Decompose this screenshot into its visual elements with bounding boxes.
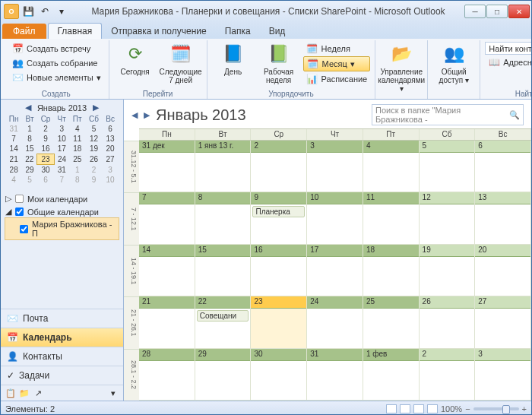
mini-day[interactable]: 31 [5,124,22,134]
maximize-button[interactable]: □ [486,5,508,18]
mini-day[interactable]: 1 [69,165,85,176]
mini-day[interactable]: 28 [5,165,22,176]
day-cell[interactable]: 27 [475,296,531,348]
new-appointment-button[interactable]: 📅Создать встречу [8,42,104,55]
tree-shared-calendars[interactable]: ◢ Общие календари [5,205,119,218]
tab-file[interactable]: Файл [2,24,46,39]
next-7-days-button[interactable]: 🗓️ Следующие 7 дней [160,42,202,84]
zoom-slider[interactable] [473,407,519,410]
day-cell[interactable]: 4 [363,141,420,192]
week-view-button[interactable]: 🗓️Неделя [303,42,371,55]
mini-day[interactable]: 27 [103,154,119,165]
day-cell[interactable]: 23 [251,296,307,348]
day-cell[interactable]: 18 [363,245,420,296]
mini-day[interactable]: 2 [37,124,54,134]
zoom-in-button[interactable]: + [522,404,527,413]
mini-day[interactable]: 11 [69,134,85,144]
status-view-card-icon[interactable] [413,404,424,413]
mini-day[interactable]: 12 [85,134,103,144]
day-cell[interactable]: 2 [420,349,476,401]
qat-undo-icon[interactable]: ↶ [37,4,52,19]
day-cell[interactable]: 3 [307,141,363,192]
mini-day[interactable]: 20 [103,144,119,154]
share-access-button[interactable]: 👥 Общий доступ ▾ [432,42,475,84]
today-button[interactable]: ⟳ Сегодня [114,42,157,76]
mini-day[interactable]: 4 [5,175,22,185]
nav-mail[interactable]: ✉️Почта [1,309,123,328]
day-cell[interactable]: 11 [363,192,420,244]
tree-calendar-selected[interactable]: Мария Бражникова - П [5,218,119,239]
day-cell[interactable]: 15 [195,245,252,296]
mini-day[interactable]: 5 [22,175,37,185]
day-cell[interactable]: 31 дек [139,141,195,192]
day-cell[interactable]: 13 [475,192,531,244]
mini-day[interactable]: 8 [69,175,85,185]
mini-day[interactable]: 6 [37,175,54,185]
mini-day[interactable]: 3 [103,165,119,176]
day-cell[interactable]: 22Совещани [195,296,252,348]
status-view-list-icon[interactable] [400,404,410,413]
mini-day[interactable]: 22 [22,154,37,165]
workweek-view-button[interactable]: 📗 Рабочая неделя [258,42,300,84]
search-icon[interactable]: 🔍 [509,110,520,120]
mini-day[interactable]: 4 [69,124,85,134]
find-contact-input[interactable]: Найти контакт ▾ [485,42,532,55]
mini-day[interactable]: 31 [54,165,69,176]
tab-sendreceive[interactable]: Отправка и получение [102,24,215,39]
new-meeting-button[interactable]: 👥Создать собрание [8,56,104,70]
day-cell[interactable]: 1 янв 13 г. [195,141,252,192]
mini-day[interactable]: 24 [54,154,69,165]
mini-day[interactable]: 1 [22,124,37,134]
event[interactable]: Планерка [252,206,305,217]
mini-calendar[interactable]: ◀ Январь 2013 ▶ ПнВтСрЧтПтСбВс 311234567… [1,100,123,188]
day-cell[interactable]: 3 [475,349,531,401]
nav-mini-folders-icon[interactable]: 📁 [19,388,30,398]
close-button[interactable]: ✕ [508,5,530,18]
day-cell[interactable]: 16 [251,245,307,296]
nav-contacts[interactable]: 👤Контакты [1,347,123,366]
day-cell[interactable]: 25 [363,296,420,348]
nav-calendar[interactable]: 📅Календарь [1,328,123,347]
day-cell[interactable]: 19 [420,245,476,296]
qat-customize-icon[interactable]: ▾ [54,4,69,19]
tab-view[interactable]: Вид [260,24,295,39]
tab-home[interactable]: Главная [48,23,103,39]
mini-day[interactable]: 6 [103,124,119,134]
mini-day[interactable]: 13 [103,134,119,144]
tab-folder[interactable]: Папка [216,24,260,39]
day-cell[interactable]: 29 [195,349,252,401]
address-book-button[interactable]: 📖Адресная книга [485,55,532,69]
mini-day[interactable]: 5 [85,124,103,134]
status-view-normal-icon[interactable] [386,404,397,413]
new-items-button[interactable]: ✉️Новые элементы ▾ [8,71,104,84]
month-view-button[interactable]: 🗓️Месяц ▾ [303,56,371,71]
mini-day[interactable]: 23 [37,154,54,165]
day-cell[interactable]: 9Планерка [251,192,307,244]
mini-day[interactable]: 19 [85,144,103,154]
mini-day[interactable]: 18 [69,144,85,154]
mini-day[interactable]: 2 [85,165,103,176]
prev-month-button[interactable]: ◀ [24,103,33,112]
mini-day[interactable]: 14 [5,144,22,154]
schedule-view-button[interactable]: 📊Расписание [303,72,371,86]
day-cell[interactable]: 10 [307,192,363,244]
day-cell[interactable]: 5 [420,141,476,192]
next-month-button[interactable]: ▶ [91,103,100,112]
tree-my-calendars[interactable]: ▷ Мои календари [5,192,119,205]
minimize-button[interactable]: ─ [464,5,486,18]
qat-save-icon[interactable]: 💾 [21,4,36,19]
day-cell[interactable]: 7 [139,192,195,244]
mini-day[interactable]: 9 [85,175,103,185]
day-cell[interactable]: 20 [475,245,531,296]
mini-day[interactable]: 15 [22,144,37,154]
day-cell[interactable]: 17 [307,245,363,296]
week-label[interactable]: 7 - 12.1 [124,192,139,244]
mini-day[interactable]: 30 [37,165,54,176]
mini-cal-table[interactable]: ПнВтСрЧтПтСбВс 3112345678910111213141516… [5,114,119,185]
prev-period-button[interactable]: ◀ [131,110,138,120]
day-cell[interactable]: 31 [307,349,363,401]
day-cell[interactable]: 8 [195,192,252,244]
mini-day[interactable]: 29 [22,165,37,176]
day-cell[interactable]: 26 [420,296,476,348]
day-cell[interactable]: 1 фев [363,349,420,401]
